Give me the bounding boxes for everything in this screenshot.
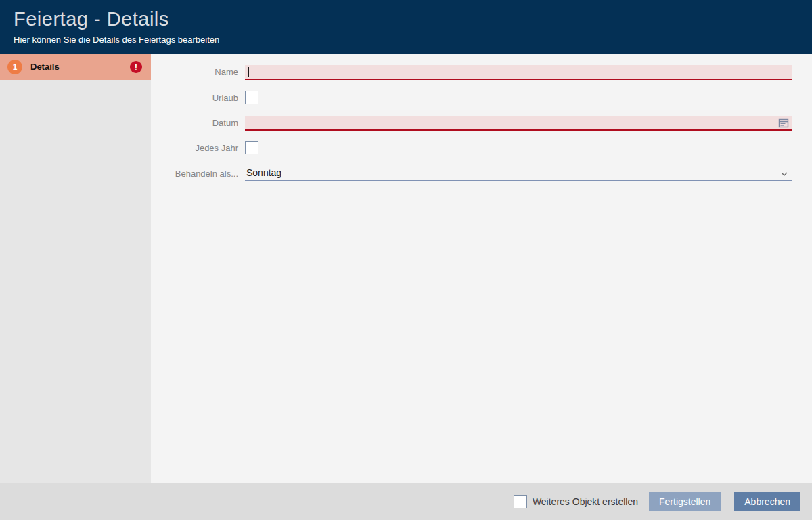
form-row-behandeln-als: Behandeln als... Sonntag xyxy=(151,167,792,181)
urlaub-checkbox[interactable] xyxy=(245,91,258,104)
behandeln-als-label: Behandeln als... xyxy=(151,167,245,181)
behandeln-als-select[interactable]: Sonntag xyxy=(245,167,792,181)
datum-label: Datum xyxy=(151,116,245,131)
finish-button[interactable]: Fertigstellen xyxy=(649,492,721,511)
error-icon: ! xyxy=(130,61,142,73)
name-input[interactable] xyxy=(245,65,792,80)
dialog-header: Feiertag - Details Hier können Sie die D… xyxy=(0,0,812,54)
create-another-checkbox[interactable] xyxy=(514,495,527,508)
form-area: Name Urlaub Datum xyxy=(151,54,812,483)
wizard-step-sidebar: 1 Details ! xyxy=(0,54,151,483)
name-label: Name xyxy=(151,65,245,80)
dialog-footer: Weiteres Objekt erstellen Fertigstellen … xyxy=(0,483,812,520)
form-row-jedes-jahr: Jedes Jahr xyxy=(151,141,792,155)
chevron-down-icon xyxy=(780,169,788,177)
step-number-badge: 1 xyxy=(7,60,22,74)
jedes-jahr-label: Jedes Jahr xyxy=(151,141,245,155)
page-title: Feiertag - Details xyxy=(14,8,169,30)
step-label: Details xyxy=(30,54,60,80)
datum-input[interactable] xyxy=(245,116,792,131)
page-subtitle: Hier können Sie die Details des Feiertag… xyxy=(14,35,219,45)
form-row-name: Name xyxy=(151,65,792,80)
jedes-jahr-checkbox[interactable] xyxy=(245,141,258,154)
calendar-icon[interactable] xyxy=(778,118,789,129)
cancel-button[interactable]: Abbrechen xyxy=(734,492,800,511)
dialog-feiertag-details: Feiertag - Details Hier können Sie die D… xyxy=(0,0,812,520)
form-row-urlaub: Urlaub xyxy=(151,91,792,105)
form-row-datum: Datum xyxy=(151,116,792,131)
behandeln-als-value: Sonntag xyxy=(246,167,281,178)
text-caret xyxy=(248,67,249,77)
step-tab-details[interactable]: 1 Details ! xyxy=(0,54,151,80)
urlaub-label: Urlaub xyxy=(151,91,245,105)
create-another-label: Weiteres Objekt erstellen xyxy=(533,496,638,507)
